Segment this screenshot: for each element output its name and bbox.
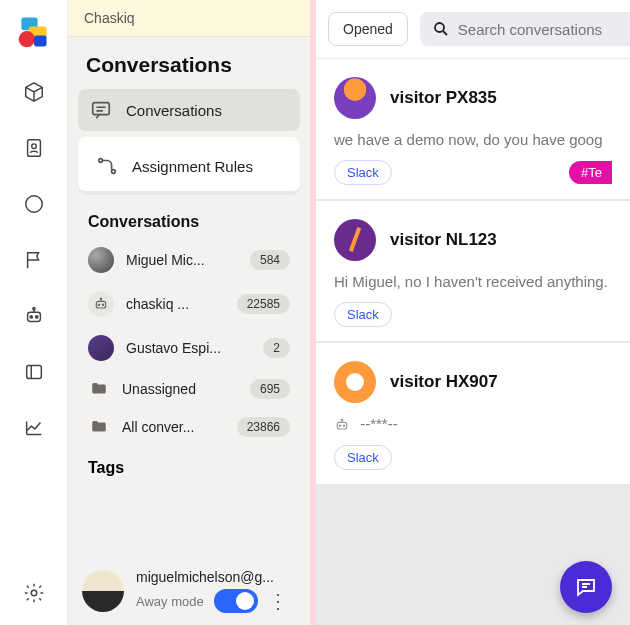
visitor-avatar bbox=[334, 77, 376, 119]
avatar bbox=[88, 335, 114, 361]
message-preview: we have a demo now, do you have goog bbox=[334, 131, 612, 148]
svg-point-19 bbox=[100, 298, 101, 299]
search-icon bbox=[432, 20, 450, 38]
conversation-card[interactable]: visitor HX907 --***-- Slack bbox=[316, 343, 630, 486]
svg-point-22 bbox=[339, 425, 340, 426]
svg-point-6 bbox=[25, 196, 42, 213]
user-email: miguelmichelson@g... bbox=[136, 569, 296, 585]
svg-point-2 bbox=[18, 31, 34, 47]
filter-row-miguel[interactable]: Miguel Mic... 584 bbox=[76, 239, 302, 281]
svg-point-24 bbox=[341, 419, 342, 420]
rail-flag-icon[interactable] bbox=[20, 246, 48, 274]
svg-point-9 bbox=[35, 316, 37, 318]
count-badge: 22585 bbox=[237, 294, 290, 314]
chat-icon bbox=[90, 99, 112, 121]
svg-rect-13 bbox=[93, 103, 110, 115]
folder-icon bbox=[88, 418, 110, 436]
svg-point-14 bbox=[99, 159, 103, 163]
svg-point-5 bbox=[31, 144, 36, 149]
chat-bubble-icon bbox=[574, 575, 598, 599]
topbar: Opened bbox=[316, 0, 630, 59]
filter-name: All conver... bbox=[122, 419, 225, 435]
svg-point-23 bbox=[343, 425, 344, 426]
away-mode-toggle[interactable] bbox=[214, 589, 258, 613]
filter-name: Gustavo Espi... bbox=[126, 340, 251, 356]
conversation-card[interactable]: visitor PX835 we have a demo now, do you… bbox=[316, 59, 630, 201]
channel-pill: Slack bbox=[334, 445, 392, 470]
filter-row-chaskiq[interactable]: chaskiq ... 22585 bbox=[76, 283, 302, 325]
search-input[interactable] bbox=[458, 21, 630, 38]
sidebar-section-header: Conversations bbox=[68, 201, 310, 239]
count-badge: 2 bbox=[263, 338, 290, 358]
svg-point-17 bbox=[98, 304, 99, 305]
user-footer: miguelmichelson@g... Away mode ⋮ bbox=[68, 559, 310, 625]
rail-panel-icon[interactable] bbox=[20, 358, 48, 386]
svg-point-15 bbox=[112, 170, 116, 174]
main-panel: Opened visitor PX835 we have a demo now,… bbox=[316, 0, 630, 625]
tag-pill[interactable]: #Te bbox=[569, 161, 612, 184]
bot-avatar-icon bbox=[88, 291, 114, 317]
svg-point-10 bbox=[32, 308, 34, 310]
nav-rail bbox=[0, 0, 68, 625]
count-badge: 584 bbox=[250, 250, 290, 270]
sidebar: Chaskiq Conversations Conversations Assi… bbox=[68, 0, 310, 625]
conversation-list: visitor PX835 we have a demo now, do you… bbox=[316, 59, 630, 625]
visitor-avatar bbox=[334, 219, 376, 261]
filter-name: Miguel Mic... bbox=[126, 252, 238, 268]
svg-point-18 bbox=[102, 304, 103, 305]
message-preview: Hi Miguel, no I haven't received anythin… bbox=[334, 273, 612, 290]
search-box[interactable] bbox=[420, 12, 630, 46]
app-logo[interactable] bbox=[16, 14, 52, 50]
svg-point-12 bbox=[31, 590, 37, 596]
svg-point-8 bbox=[30, 316, 32, 318]
filter-row-unassigned[interactable]: Unassigned 695 bbox=[76, 371, 302, 407]
filter-row-gustavo[interactable]: Gustavo Espi... 2 bbox=[76, 327, 302, 369]
channel-pill: Slack bbox=[334, 302, 392, 327]
filter-row-all[interactable]: All conver... 23866 bbox=[76, 409, 302, 445]
visitor-name: visitor NL123 bbox=[390, 230, 497, 250]
nav-assignment-rules[interactable]: Assignment Rules bbox=[78, 137, 300, 193]
rail-analytics-icon[interactable] bbox=[20, 414, 48, 442]
rail-bot-icon[interactable] bbox=[20, 302, 48, 330]
visitor-name: visitor PX835 bbox=[390, 88, 497, 108]
svg-rect-11 bbox=[26, 366, 41, 379]
nav-label: Conversations bbox=[126, 102, 222, 119]
rail-cube-icon[interactable] bbox=[20, 78, 48, 106]
rail-contact-icon[interactable] bbox=[20, 134, 48, 162]
message-preview: --***-- bbox=[334, 415, 612, 433]
more-menu-icon[interactable]: ⋮ bbox=[268, 591, 288, 611]
folder-icon bbox=[88, 380, 110, 398]
bot-indicator-icon bbox=[334, 417, 350, 433]
avatar bbox=[88, 247, 114, 273]
filter-name: Unassigned bbox=[122, 381, 238, 397]
nav-conversations[interactable]: Conversations bbox=[78, 89, 300, 131]
user-avatar[interactable] bbox=[82, 570, 124, 612]
new-conversation-fab[interactable] bbox=[560, 561, 612, 613]
svg-point-20 bbox=[435, 23, 444, 32]
away-mode-label: Away mode bbox=[136, 594, 204, 609]
visitor-name: visitor HX907 bbox=[390, 372, 498, 392]
filter-name: chaskiq ... bbox=[126, 296, 225, 312]
status-filter-button[interactable]: Opened bbox=[328, 12, 408, 46]
visitor-avatar bbox=[334, 361, 376, 403]
tags-header: Tags bbox=[68, 445, 310, 481]
conversation-card[interactable]: visitor NL123 Hi Miguel, no I haven't re… bbox=[316, 201, 630, 343]
conversation-filter-list: Miguel Mic... 584 chaskiq ... 22585 Gust… bbox=[68, 239, 310, 445]
sidebar-title: Conversations bbox=[68, 37, 310, 89]
svg-rect-3 bbox=[34, 36, 47, 47]
path-icon bbox=[96, 155, 118, 177]
count-badge: 23866 bbox=[237, 417, 290, 437]
count-badge: 695 bbox=[250, 379, 290, 399]
nav-label: Assignment Rules bbox=[132, 158, 253, 175]
rail-conversations-icon[interactable] bbox=[20, 190, 48, 218]
channel-pill: Slack bbox=[334, 160, 392, 185]
workspace-banner[interactable]: Chaskiq bbox=[68, 0, 310, 37]
rail-settings-icon[interactable] bbox=[20, 579, 48, 607]
